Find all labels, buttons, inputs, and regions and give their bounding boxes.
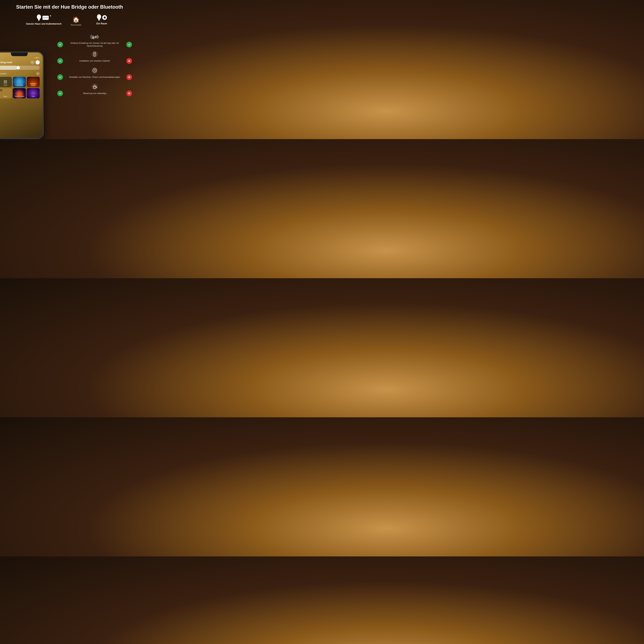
svg-point-0 <box>37 14 41 19</box>
feature-center-3: Steuerung von unterwegs <box>65 92 124 95</box>
reach-label: Reichweite <box>71 24 81 26</box>
bridge-icons: * <box>36 14 51 21</box>
page-title: Starten Sie mit der Hue Bridge oder Blue… <box>0 0 139 13</box>
feature-center-0: Einfache Erstellung von Szenen mit der A… <box>65 42 124 48</box>
svg-rect-11 <box>98 19 100 20</box>
accessory-icon-wrapper <box>57 51 132 57</box>
bt-icons: ⬢ <box>97 14 107 21</box>
scene-tropical[interactable]: ••• Tropical Twilight <box>13 88 26 98</box>
check-bridge-3 <box>57 91 63 96</box>
svg-rect-2 <box>38 20 40 20</box>
feature-row-3: Steuerung von unterwegs <box>57 91 132 96</box>
bulb-icon <box>36 14 41 21</box>
svg-rect-12 <box>98 20 100 20</box>
bluetooth-symbol: ⬢ <box>102 15 107 20</box>
bridge-option-label: Ganzes Haus und Außenbereich <box>26 22 61 25</box>
feature-row-2: Einstellen von Routinen, Timern und Auto… <box>57 74 132 80</box>
asterisk-label: * <box>50 14 51 18</box>
check-bridge-0 <box>57 42 63 47</box>
scene-read[interactable]: Read <box>0 77 12 87</box>
nfc-voice-icons <box>90 33 100 40</box>
svg-rect-15 <box>95 36 96 38</box>
more-options-btn[interactable]: ••• <box>30 60 35 64</box>
scenes-label: SCENES <box>0 73 7 75</box>
brightness-fill <box>0 66 17 70</box>
clock-icon <box>92 68 97 73</box>
svg-rect-3 <box>38 20 40 21</box>
svg-point-6 <box>45 17 45 18</box>
room-header: Living room ••• <box>0 60 41 64</box>
scene-soho[interactable]: Soho <box>27 88 40 98</box>
check-bridge-1 <box>57 58 63 64</box>
svg-rect-34 <box>4 81 7 83</box>
scene-relax-label: Relax <box>0 96 11 97</box>
brightness-thumb <box>16 66 20 69</box>
svg-rect-30 <box>94 87 96 88</box>
away-icon <box>92 84 97 89</box>
svg-rect-10 <box>98 19 100 19</box>
phone-frame: ▪▪▪ 📶 🔋 Living room ••• <box>0 52 44 139</box>
svg-point-21 <box>94 55 95 56</box>
power-btn[interactable] <box>36 60 40 64</box>
svg-point-27 <box>94 70 95 71</box>
home-icon: 🏠 <box>73 16 80 23</box>
edit-btn[interactable]: ✏ <box>0 89 2 91</box>
feature-row-1: Installation von smartem Zubehör <box>57 58 132 64</box>
scenes-section: SCENES + <box>0 72 41 98</box>
feature-row-0: Einfache Erstellung von Szenen mit der A… <box>57 42 132 48</box>
scene-relax[interactable]: ✏ Relax <box>0 88 12 98</box>
feature-center-2: Einstellen von Routinen, Timern und Auto… <box>65 76 124 79</box>
check-bt-0 <box>126 42 132 47</box>
svg-point-5 <box>43 17 44 18</box>
svg-rect-1 <box>38 19 40 20</box>
cross-bt-3 <box>126 91 132 96</box>
phone-mockup: ▪▪▪ 📶 🔋 Living room ••• <box>0 52 49 139</box>
brightness-slider[interactable] <box>0 66 40 70</box>
svg-point-9 <box>97 14 101 19</box>
nfc-icons-row <box>57 33 132 40</box>
svg-point-8 <box>47 17 48 18</box>
scene-read-label: Read <box>0 84 11 86</box>
room-controls: ••• <box>30 60 40 64</box>
scenes-grid-row2: ✏ Relax ••• Tropical Twilight Soho <box>0 88 40 98</box>
scene-savannah[interactable]: Savannah Sunset <box>27 77 40 87</box>
scene-dots-btn[interactable]: ••• <box>14 89 16 91</box>
scene-concentrate[interactable]: Concentrate <box>13 77 26 87</box>
scene-soho-label: Soho <box>28 96 38 97</box>
cross-bt-2 <box>126 74 132 80</box>
phone-notch <box>11 53 28 56</box>
accessory-icon <box>93 52 96 57</box>
scene-concentrate-label: Concentrate <box>14 84 24 86</box>
svg-rect-14 <box>93 36 94 39</box>
clock-icon-wrapper <box>57 67 132 74</box>
svg-point-7 <box>46 17 47 18</box>
bulb-bt-icon <box>97 14 101 21</box>
status-bar: ▪▪▪ 📶 🔋 <box>0 57 41 59</box>
check-bridge-2 <box>57 74 63 80</box>
bridge-icon <box>42 14 49 21</box>
away-icon-wrapper <box>57 84 132 90</box>
room-name-label: Living room <box>0 61 12 64</box>
scenes-grid-row1: Read Concentrate Savannah Sunset <box>0 77 40 87</box>
phone-screen: ▪▪▪ 📶 🔋 Living room ••• <box>0 53 43 138</box>
feature-center-1: Installation von smartem Zubehör <box>65 60 124 62</box>
add-scene-btn[interactable]: + <box>36 72 40 75</box>
scene-tropical-label: Tropical Twilight <box>14 96 24 97</box>
read-icon <box>4 80 7 84</box>
scene-savannah-label: Savannah Sunset <box>28 83 38 86</box>
status-icons: ▪▪▪ 📶 🔋 <box>34 57 40 59</box>
bt-option-label: Ein Raum <box>96 22 107 25</box>
cross-bt-1 <box>126 58 132 64</box>
features-block: Einfache Erstellung von Szenen mit der A… <box>57 33 132 100</box>
scenes-header: SCENES + <box>0 72 40 75</box>
